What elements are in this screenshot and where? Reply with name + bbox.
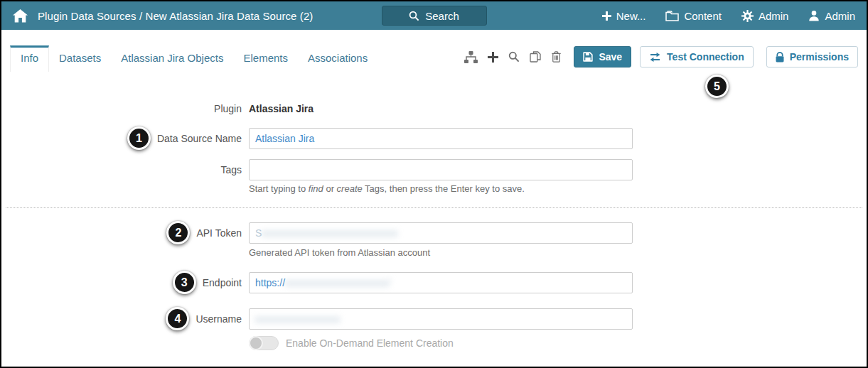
search-lens-icon[interactable] bbox=[508, 50, 520, 63]
on-demand-toggle-label: Enable On-Demand Element Creation bbox=[286, 337, 454, 349]
endpoint-visible-prefix: https:// bbox=[255, 277, 285, 288]
toolbar: Save Test Connection Permissions bbox=[464, 46, 858, 72]
breadcrumb: Plugin Data Sources / New Atlassian Jira… bbox=[38, 10, 313, 22]
nav-content-label: Content bbox=[684, 10, 722, 22]
sitemap-icon[interactable] bbox=[464, 50, 478, 64]
test-connection-button[interactable]: Test Connection bbox=[640, 46, 754, 67]
callout-badge-1: 1 bbox=[127, 126, 151, 150]
username-input[interactable]: xxxxxxxxxxxxxxx bbox=[249, 308, 633, 330]
callout-badge-4: 4 bbox=[166, 307, 189, 330]
callout-badge-5: 5 bbox=[705, 75, 729, 98]
search-button[interactable]: Search bbox=[382, 6, 487, 26]
data-source-name-label: Data Source Name bbox=[157, 133, 242, 144]
tab-associations[interactable]: Associations bbox=[298, 45, 377, 72]
nav-admin[interactable]: Admin bbox=[741, 10, 789, 22]
nav-new-label: New... bbox=[616, 10, 646, 22]
redacted-value: xxxxxxxxxxxxxxx bbox=[255, 313, 341, 325]
nav-content[interactable]: Content bbox=[665, 10, 722, 22]
redacted-value: xxxxxxxxxxxxxxxxxxxxxxxx bbox=[262, 227, 398, 239]
username-row: 4 Username xxxxxxxxxxxxxxx bbox=[1, 307, 867, 330]
save-floppy-icon bbox=[583, 52, 593, 62]
tabs: Info Datasets Atlassian Jira Objects Ele… bbox=[10, 45, 377, 72]
on-demand-toggle[interactable] bbox=[249, 336, 279, 350]
username-label: Username bbox=[195, 313, 242, 325]
search-button-label: Search bbox=[425, 10, 459, 22]
api-token-help-text: Generated API token from Atlassian accou… bbox=[249, 247, 867, 258]
data-source-name-row: 1 Data Source Name bbox=[1, 126, 867, 150]
redacted-value: xxxxxxxxxxxxxxxxxx/ bbox=[285, 277, 391, 288]
tags-help-text: Start typing to find or create Tags, the… bbox=[249, 183, 867, 194]
user-icon bbox=[808, 10, 820, 21]
endpoint-input[interactable]: https:// xxxxxxxxxxxxxxxxxx/ bbox=[249, 272, 633, 293]
api-token-visible-prefix: S bbox=[255, 227, 262, 239]
tags-input[interactable] bbox=[249, 159, 633, 180]
api-token-input[interactable]: S xxxxxxxxxxxxxxxxxxxxxxxx bbox=[249, 222, 633, 244]
data-source-name-input[interactable] bbox=[249, 128, 633, 149]
callout-badge-2: 2 bbox=[166, 221, 190, 244]
tags-label: Tags bbox=[1, 164, 249, 175]
search-icon bbox=[409, 11, 419, 21]
permissions-button[interactable]: Permissions bbox=[766, 46, 858, 67]
test-connection-label: Test Connection bbox=[667, 51, 744, 63]
nav-new[interactable]: New... bbox=[602, 10, 646, 22]
callout-badge-3: 3 bbox=[173, 271, 196, 294]
section-divider bbox=[6, 207, 862, 208]
nav-user-label: Admin bbox=[825, 10, 855, 22]
endpoint-row: 3 Endpoint https:// xxxxxxxxxxxxxxxxxx/ bbox=[1, 271, 867, 294]
tab-info[interactable]: Info bbox=[10, 45, 49, 72]
tab-datasets[interactable]: Datasets bbox=[49, 45, 111, 72]
api-token-row: 2 API Token S xxxxxxxxxxxxxxxxxxxxxxxx bbox=[1, 221, 867, 244]
plugin-value: Atlassian Jira bbox=[249, 103, 314, 114]
swap-arrows-icon bbox=[649, 53, 661, 62]
copy-icon[interactable] bbox=[529, 50, 542, 63]
plugin-row: Plugin Atlassian Jira bbox=[1, 103, 867, 114]
nav-admin-label: Admin bbox=[759, 10, 789, 22]
endpoint-label: Endpoint bbox=[203, 277, 242, 288]
tags-row: Tags bbox=[1, 159, 867, 180]
tab-atlassian-jira-objects[interactable]: Atlassian Jira Objects bbox=[111, 45, 233, 72]
top-nav: New... Content Admin bbox=[602, 10, 855, 22]
delete-trash-icon[interactable] bbox=[550, 50, 562, 63]
lock-icon bbox=[776, 52, 784, 63]
folder-icon bbox=[665, 11, 679, 21]
tab-elements[interactable]: Elements bbox=[233, 45, 298, 72]
home-icon[interactable] bbox=[13, 9, 28, 23]
on-demand-toggle-row: Enable On-Demand Element Creation bbox=[249, 336, 867, 350]
save-button[interactable]: Save bbox=[574, 46, 631, 67]
api-token-label: API Token bbox=[196, 227, 242, 239]
save-button-label: Save bbox=[599, 51, 622, 63]
tab-toolbar-row: Info Datasets Atlassian Jira Objects Ele… bbox=[1, 45, 867, 72]
add-icon[interactable] bbox=[487, 51, 499, 63]
toggle-knob bbox=[249, 336, 263, 350]
nav-user[interactable]: Admin bbox=[808, 10, 855, 22]
gear-icon bbox=[741, 10, 754, 22]
info-form: Plugin Atlassian Jira 1 Data Source Name… bbox=[1, 72, 867, 350]
top-header-bar: Plugin Data Sources / New Atlassian Jira… bbox=[1, 1, 867, 30]
plus-icon bbox=[602, 11, 611, 21]
plugin-label: Plugin bbox=[1, 103, 249, 114]
permissions-label: Permissions bbox=[790, 51, 849, 63]
app-window: Plugin Data Sources / New Atlassian Jira… bbox=[0, 0, 868, 368]
